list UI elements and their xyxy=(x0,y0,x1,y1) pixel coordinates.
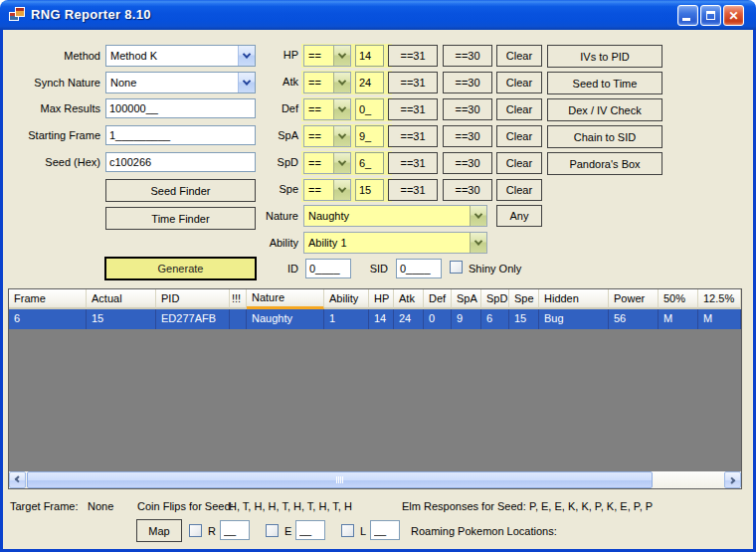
synch-nature-label: Synch Nature xyxy=(6,77,100,89)
cell-atk: 24 xyxy=(394,309,424,329)
spe-eq31-button[interactable]: ==31 xyxy=(388,179,438,201)
column-header-alerts[interactable]: !!! xyxy=(230,289,247,309)
hp-clear-button[interactable]: Clear xyxy=(496,45,542,67)
close-button[interactable]: ✕ xyxy=(723,5,744,26)
r-checkbox[interactable] xyxy=(189,524,202,537)
column-header-spa[interactable]: SpA xyxy=(452,289,481,309)
chevron-down-icon[interactable] xyxy=(333,46,350,66)
nature-value: Naughty xyxy=(304,210,470,222)
column-header-pid[interactable]: PID xyxy=(156,289,230,309)
scroll-left-button[interactable] xyxy=(9,471,26,488)
def-op-select[interactable]: == xyxy=(303,98,351,120)
cell-spe: 15 xyxy=(509,309,539,329)
column-header-50pct[interactable]: 50% xyxy=(659,289,698,309)
hp-eq30-button[interactable]: ==30 xyxy=(443,45,492,67)
chevron-down-icon[interactable] xyxy=(333,99,350,119)
seed-to-time-button[interactable]: Seed to Time xyxy=(547,72,662,94)
column-header-hp[interactable]: HP xyxy=(369,289,394,309)
chevron-down-icon[interactable] xyxy=(238,46,255,66)
title-bar[interactable]: RNG Reporter 8.10 ✕ xyxy=(0,0,756,30)
e-input[interactable] xyxy=(295,520,325,540)
maximize-button[interactable] xyxy=(700,5,721,26)
column-header-spe[interactable]: Spe xyxy=(509,289,539,309)
l-label: L xyxy=(360,525,366,537)
hp-value-input[interactable] xyxy=(355,45,384,67)
scroll-right-button[interactable] xyxy=(724,471,741,488)
spa-eq30-button[interactable]: ==30 xyxy=(443,125,492,147)
id-input[interactable] xyxy=(305,259,351,278)
column-header-def[interactable]: Def xyxy=(424,289,452,309)
spd-op-select[interactable]: == xyxy=(303,152,351,174)
column-header-power[interactable]: Power xyxy=(609,289,659,309)
column-header-12-5pct[interactable]: 12.5% xyxy=(698,289,741,309)
maximize-icon xyxy=(706,11,715,20)
chevron-down-icon[interactable] xyxy=(333,126,350,146)
chevron-down-icon[interactable] xyxy=(333,153,350,173)
max-results-input[interactable] xyxy=(105,98,256,118)
def-eq30-button[interactable]: ==30 xyxy=(443,98,492,120)
pandoras-box-button[interactable]: Pandora's Box xyxy=(547,152,662,175)
def-clear-button[interactable]: Clear xyxy=(496,98,542,120)
generate-button[interactable]: Generate xyxy=(104,257,257,280)
shiny-only-checkbox[interactable] xyxy=(450,261,463,274)
spd-label: SpD xyxy=(257,156,298,168)
atk-op-select[interactable]: == xyxy=(303,72,351,93)
chevron-down-icon[interactable] xyxy=(470,233,486,253)
spa-op-select[interactable]: == xyxy=(303,125,351,147)
method-select[interactable]: Method K xyxy=(105,45,256,67)
column-header-frame[interactable]: Frame xyxy=(9,289,87,309)
table-empty-area xyxy=(9,329,741,471)
column-header-hidden[interactable]: Hidden xyxy=(539,289,609,309)
column-header-actual[interactable]: Actual xyxy=(87,289,156,309)
table-row[interactable]: 6 15 ED277AFB Naughty 1 14 24 0 9 6 15 B… xyxy=(9,309,741,329)
column-header-atk[interactable]: Atk xyxy=(394,289,424,309)
spa-clear-button[interactable]: Clear xyxy=(496,125,542,147)
spe-clear-button[interactable]: Clear xyxy=(496,179,542,201)
column-header-spd[interactable]: SpD xyxy=(481,289,509,309)
nature-select[interactable]: Naughty xyxy=(303,205,487,227)
def-eq31-button[interactable]: ==31 xyxy=(388,98,438,120)
cell-alerts xyxy=(230,309,247,329)
time-finder-button[interactable]: Time Finder xyxy=(105,207,256,230)
chevron-down-icon[interactable] xyxy=(333,73,350,92)
hp-op-select[interactable]: == xyxy=(303,45,351,67)
atk-clear-button[interactable]: Clear xyxy=(496,72,542,93)
dex-iv-check-button[interactable]: Dex / IV Check xyxy=(547,98,662,121)
l-checkbox[interactable] xyxy=(341,524,354,537)
spa-eq31-button[interactable]: ==31 xyxy=(388,125,438,147)
column-header-ability[interactable]: Ability xyxy=(324,289,369,309)
ivs-to-pid-button[interactable]: IVs to PID xyxy=(547,45,662,68)
def-value-input[interactable] xyxy=(355,98,384,120)
sid-input[interactable] xyxy=(396,259,442,278)
scrollbar-thumb[interactable] xyxy=(27,471,653,488)
spd-value-input[interactable] xyxy=(355,152,384,174)
l-input[interactable] xyxy=(370,520,400,540)
spe-value-input[interactable] xyxy=(355,179,384,201)
hp-eq31-button[interactable]: ==31 xyxy=(388,45,438,67)
starting-frame-input[interactable] xyxy=(105,125,256,145)
atk-eq31-button[interactable]: ==31 xyxy=(388,72,438,93)
spd-clear-button[interactable]: Clear xyxy=(496,152,542,174)
minimize-button[interactable] xyxy=(677,5,698,26)
e-checkbox[interactable] xyxy=(266,524,279,537)
chevron-down-icon[interactable] xyxy=(238,73,255,92)
spe-op-select[interactable]: == xyxy=(303,179,351,201)
synch-nature-select[interactable]: None xyxy=(105,72,256,93)
spa-value-input[interactable] xyxy=(355,125,384,147)
horizontal-scrollbar[interactable] xyxy=(9,471,741,488)
chevron-down-icon[interactable] xyxy=(333,180,350,200)
spd-eq31-button[interactable]: ==31 xyxy=(388,152,438,174)
seed-finder-button[interactable]: Seed Finder xyxy=(105,179,256,202)
atk-value-input[interactable] xyxy=(355,72,384,93)
chain-to-sid-button[interactable]: Chain to SID xyxy=(547,125,662,148)
spd-eq30-button[interactable]: ==30 xyxy=(443,152,492,174)
ability-select[interactable]: Ability 1 xyxy=(303,232,487,254)
seed-hex-input[interactable] xyxy=(105,152,256,172)
chevron-down-icon[interactable] xyxy=(470,206,486,226)
r-input[interactable] xyxy=(220,520,250,540)
column-header-nature[interactable]: Nature xyxy=(247,289,324,309)
atk-eq30-button[interactable]: ==30 xyxy=(443,72,492,93)
nature-any-button[interactable]: Any xyxy=(496,205,542,227)
spe-eq30-button[interactable]: ==30 xyxy=(443,179,492,201)
map-button[interactable]: Map xyxy=(136,519,182,542)
